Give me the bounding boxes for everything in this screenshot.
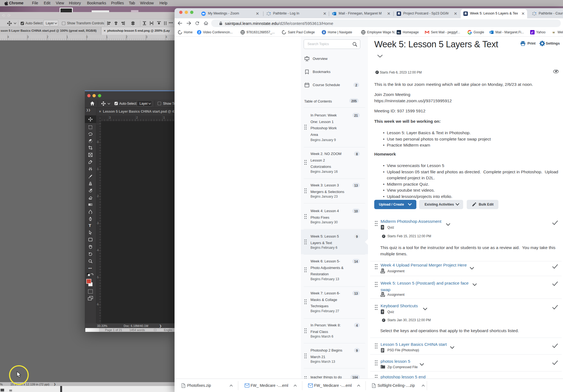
svg-text:?: ? — [382, 226, 384, 229]
svg-text:y!: y! — [531, 31, 533, 34]
svg-text:m.: m. — [397, 31, 401, 34]
svg-text:Z: Z — [198, 31, 200, 34]
svg-text:?: ? — [382, 310, 384, 314]
svg-text:w: w — [552, 31, 555, 34]
